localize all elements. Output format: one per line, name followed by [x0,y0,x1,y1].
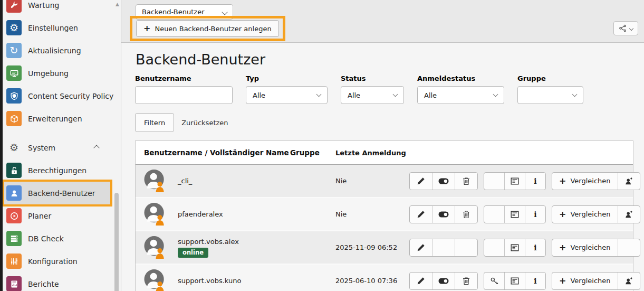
sidebar-item-aktualisierung[interactable]: ↻ Aktualisierung [4,39,110,62]
sidebar-item-umgebung[interactable]: Umgebung [4,62,110,85]
status-select[interactable]: Alle [341,86,404,104]
gear-outline-icon: ⚙ [6,140,22,155]
sidebar-item-berechtigungen[interactable]: Berechtigungen [4,159,110,182]
switch-user-button[interactable] [618,206,640,223]
filter-actions: Filtern Zurücksetzen [135,113,633,132]
scroll-up-arrow-icon[interactable]: ▲ [116,1,119,7]
pencil-icon [417,177,425,185]
new-backend-user-label: Neuen Backend-Benutzer anlegen [155,25,271,33]
status-label: Status [341,74,404,82]
sidebar-item-label: Berechtigungen [28,166,86,175]
chevron-down-icon [572,92,578,97]
list-button[interactable] [504,273,525,289]
sidebar-item-wartung[interactable]: Wartung [4,0,110,16]
reset-link[interactable]: Zurücksetzen [181,119,228,127]
last-login-cell: 2025-06-10 07:36 [335,277,409,285]
scheduler-icon [6,208,22,223]
user-cell: pfaenderalex [136,202,290,226]
sidebar-item-einstellungen[interactable]: ⚙ Einstellungen [4,16,110,39]
button-group-compare: + Vergleichen [552,172,640,190]
vergleichen-button[interactable]: + Vergleichen [552,173,618,190]
sliders-icon [6,254,22,269]
sidebar-item-label: Aktualisierung [28,46,81,55]
button-group-edit [409,205,478,223]
share-button[interactable] [613,21,638,35]
list-icon [511,210,519,219]
username: support.vobs.alex [178,238,239,246]
sidebar-item-konfiguration[interactable]: Konfiguration [4,250,110,273]
sidebar-item-erweiterungen[interactable]: Erweiterungen [4,107,110,130]
button-group-info: i [484,239,546,257]
plus-icon: + [559,243,566,252]
benutzername-input[interactable] [135,86,233,104]
username: _cli_ [178,177,192,185]
refresh-icon: ↻ [6,43,22,58]
lock-icon [6,163,22,178]
last-login-cell: Nie [335,210,409,218]
toggle-icon [438,178,449,184]
row-actions: i + Vergleichen [409,205,644,223]
online-badge: online [178,248,208,258]
filter-benutzername: Benutzername [135,74,233,104]
vergleichen-label: Vergleichen [570,277,610,285]
sidebar-item-db-check[interactable]: DB Check [4,227,110,250]
sidebar: ▲ Wartung ⚙ Einstellungen ↻ Aktualisieru… [3,0,121,291]
vergleichen-button[interactable]: + Vergleichen [552,239,618,256]
sidebar-item-content-security-policy[interactable]: Content Security Policy [4,85,110,107]
share-icon [619,24,627,32]
sidebar-item-backend-benutzer[interactable]: Backend-Benutzer [4,182,110,204]
table-row: support.vobs.kuno 2025-06-10 07:36 i [136,264,633,291]
list-button[interactable] [504,173,525,190]
anmeldestatus-select[interactable]: Alle [417,86,504,104]
toggle-active-button[interactable] [432,206,455,223]
status-select-value: Alle [348,91,360,99]
switch-user-button[interactable] [618,173,640,190]
list-button[interactable] [504,239,525,256]
sidebar-item-label: Erweiterungen [28,115,82,123]
chevron-down-icon [493,92,498,97]
edit-button[interactable] [410,173,432,190]
vergleichen-button[interactable]: + Vergleichen [552,273,618,289]
sidebar-scrollbar[interactable] [114,193,119,291]
list-button[interactable] [504,206,525,223]
sidebar-item-label: Umgebung [28,69,69,78]
toggle-active-button[interactable] [432,173,455,190]
sidebar-item-label: Content Security Policy [28,92,113,100]
last-login-cell: Nie [335,177,409,185]
filter-anmeldestatus: Anmeldestatus Alle [417,74,504,104]
sidebar-section-system[interactable]: ⚙ System [4,136,110,159]
edit-button[interactable] [410,206,432,223]
delete-button[interactable] [455,273,477,289]
info-button[interactable]: i [525,273,545,289]
info-button[interactable]: i [525,239,545,256]
filter-button[interactable]: Filtern [135,113,174,132]
switch-user-icon [624,210,633,219]
delete-button[interactable] [455,206,477,223]
gruppe-select[interactable] [517,86,583,104]
new-backend-user-button[interactable]: + Neuen Backend-Benutzer anlegen [136,20,279,37]
vergleichen-label: Vergleichen [570,177,610,185]
sidebar-item-berichte[interactable]: Berichte [4,273,110,291]
list-icon [511,277,519,285]
plus-icon: + [559,210,566,219]
info-button[interactable]: i [525,173,545,190]
trash-icon [462,210,470,219]
sidebar-item-label: Planer [28,212,51,220]
avatar [144,236,166,259]
button-group-compare: + Vergleichen [552,239,640,257]
reset-password-button[interactable] [484,273,504,289]
edit-button[interactable] [410,239,432,256]
gear-icon: ⚙ [6,20,22,35]
info-button[interactable]: i [525,206,545,223]
chevron-down-icon [316,92,322,97]
database-icon [6,231,22,246]
toggle-active-button[interactable] [432,273,455,289]
typ-select[interactable]: Alle [246,86,328,104]
vergleichen-button[interactable]: + Vergleichen [552,206,618,223]
pencil-icon [417,243,425,252]
switch-user-button[interactable] [618,273,640,289]
edit-button[interactable] [410,273,432,289]
sidebar-item-planer[interactable]: Planer [4,204,110,227]
delete-button[interactable] [455,173,477,190]
sidebar-item-label: Backend-Benutzer [28,189,95,198]
